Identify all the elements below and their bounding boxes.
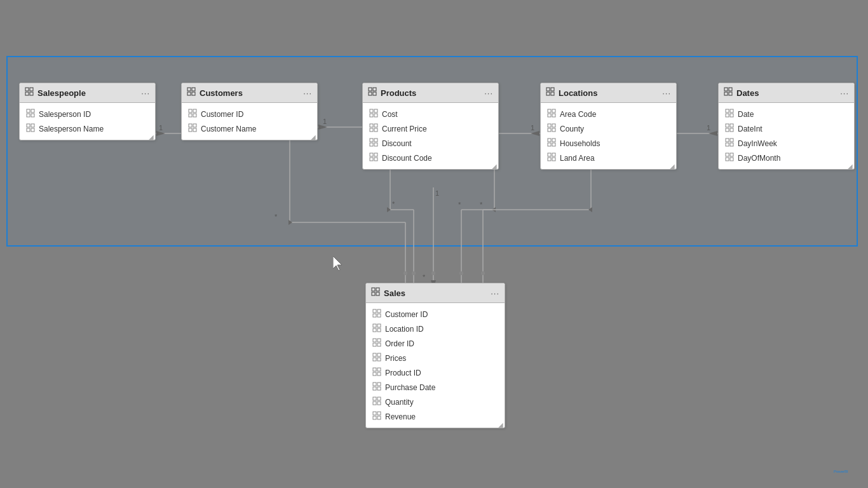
svg-marker-25 [492,207,496,212]
svg-rect-57 [193,109,196,112]
table-locations[interactable]: Locations ··· Area Code [540,83,677,170]
customers-grid-icon [187,87,196,98]
svg-rect-153 [377,397,381,400]
sales-menu[interactable]: ··· [491,288,499,298]
table-row: Discount [363,136,498,151]
table-row: Households [541,136,676,151]
svg-rect-111 [730,114,733,117]
diagram-canvas[interactable]: 1 * 1 * 1 * 1 * [0,0,868,488]
svg-rect-67 [373,92,376,95]
svg-rect-103 [552,158,555,161]
field-icon [372,411,381,422]
products-menu[interactable]: ··· [484,88,493,98]
svg-rect-120 [726,153,729,156]
resize-handle[interactable]: ◢ [670,163,675,168]
svg-point-38 [459,271,463,275]
svg-rect-137 [377,339,381,342]
svg-rect-130 [373,314,376,317]
svg-rect-134 [373,329,376,332]
resize-handle[interactable]: ◢ [311,133,316,139]
table-sales[interactable]: Sales ··· Customer ID [365,283,505,428]
table-row: DayOfMonth [719,151,854,165]
svg-rect-99 [552,143,555,146]
table-row: Customer ID [182,107,317,121]
field-icon [372,338,381,349]
table-products-header: Products ··· [363,83,498,103]
svg-rect-112 [726,124,729,127]
svg-rect-60 [189,124,192,127]
svg-rect-129 [377,309,381,313]
field-icon [547,138,556,149]
svg-rect-152 [373,397,376,400]
svg-rect-124 [372,288,375,291]
svg-point-37 [431,271,435,275]
svg-rect-122 [726,158,729,161]
svg-rect-81 [374,153,377,156]
svg-rect-78 [370,143,373,146]
svg-rect-125 [376,288,379,291]
svg-text:*: * [480,201,483,208]
svg-rect-87 [551,92,554,95]
svg-rect-101 [552,153,555,156]
svg-rect-135 [377,329,381,332]
svg-rect-74 [370,128,373,132]
svg-rect-48 [27,124,30,127]
customers-menu[interactable]: ··· [303,88,312,98]
svg-rect-44 [27,109,30,112]
svg-rect-80 [370,153,373,156]
resize-handle[interactable]: ◢ [848,163,853,168]
svg-rect-53 [192,88,195,91]
table-locations-header: Locations ··· [541,83,676,103]
field-icon [547,152,556,163]
field-icon [547,123,556,134]
table-customers[interactable]: Customers ··· Customer ID [181,83,318,140]
svg-rect-95 [552,128,555,132]
salespeople-menu[interactable]: ··· [141,88,150,98]
svg-rect-104 [724,88,728,91]
table-products[interactable]: Products ··· Cost [362,83,499,170]
svg-rect-113 [730,124,733,127]
svg-rect-55 [192,92,195,95]
svg-point-35 [403,271,407,275]
svg-rect-114 [726,128,729,132]
table-row: Land Area [541,151,676,165]
table-row: Revenue [366,409,505,424]
locations-menu[interactable]: ··· [662,88,671,98]
field-icon [188,109,197,119]
svg-rect-96 [548,139,551,142]
resize-handle[interactable]: ◢ [498,421,503,426]
svg-text:1: 1 [323,118,327,125]
field-icon [372,323,381,334]
table-row: DateInt [719,121,854,136]
svg-text:1: 1 [707,124,710,132]
svg-rect-142 [373,358,376,361]
dates-body: Date DateInt [719,103,854,169]
field-icon [725,109,734,119]
table-row: Discount Code [363,151,498,165]
svg-rect-62 [189,128,192,132]
table-dates[interactable]: Dates ··· Date [718,83,855,170]
dates-title: Dates [736,88,759,98]
resize-handle[interactable]: ◢ [149,133,154,139]
svg-rect-90 [548,114,551,117]
dates-menu[interactable]: ··· [840,88,849,98]
customers-body: Customer ID Customer Name [182,103,317,140]
customers-title: Customers [200,88,243,98]
svg-rect-126 [372,292,375,295]
sales-body: Customer ID Location ID [366,303,505,428]
svg-rect-50 [27,128,30,132]
svg-rect-151 [377,387,381,390]
svg-rect-82 [370,158,373,161]
svg-rect-46 [27,114,30,117]
resize-handle[interactable]: ◢ [492,163,497,168]
svg-rect-68 [370,109,373,112]
table-salespeople[interactable]: Salespeople ··· Salesperson ID [19,83,156,140]
svg-marker-23 [531,131,539,136]
svg-rect-69 [374,109,377,112]
svg-rect-61 [193,124,196,127]
svg-text:*: * [458,201,461,208]
svg-marker-160 [333,256,342,271]
sales-grid-icon [371,287,380,299]
svg-rect-106 [724,92,728,95]
field-icon [188,123,197,134]
